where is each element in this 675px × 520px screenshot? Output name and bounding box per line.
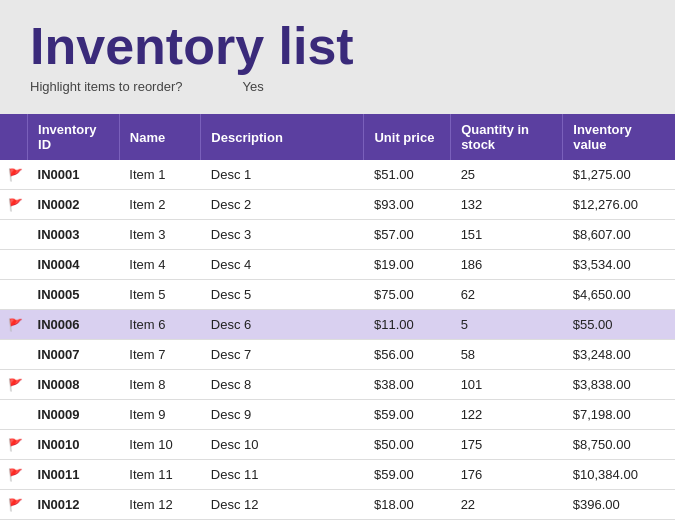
flag-icon: 🚩 (8, 438, 23, 452)
flag-icon: 🚩 (8, 168, 23, 182)
table-row: 🚩IN0002Item 2Desc 2$93.00132$12,276.00 (0, 190, 675, 220)
cell-name: Item 2 (119, 190, 201, 220)
cell-desc: Desc 2 (201, 190, 364, 220)
cell-qty: 5 (451, 310, 563, 340)
cell-desc: Desc 5 (201, 280, 364, 310)
table-row: IN0003Item 3Desc 3$57.00151$8,607.00 (0, 220, 675, 250)
cell-name: Item 1 (119, 160, 201, 190)
cell-name: Item 11 (119, 460, 201, 490)
cell-name: Item 3 (119, 220, 201, 250)
cell-value: $8,607.00 (563, 220, 675, 250)
cell-id: IN0005 (28, 280, 120, 310)
cell-qty: 151 (451, 220, 563, 250)
cell-value: $3,838.00 (563, 370, 675, 400)
cell-id: IN0010 (28, 430, 120, 460)
cell-price: $56.00 (364, 340, 451, 370)
cell-id: IN0002 (28, 190, 120, 220)
cell-price: $75.00 (364, 280, 451, 310)
table-row: IN0005Item 5Desc 5$75.0062$4,650.00 (0, 280, 675, 310)
cell-name: Item 8 (119, 370, 201, 400)
col-header-val: Inventory value (563, 114, 675, 160)
cell-price: $59.00 (364, 400, 451, 430)
cell-name: Item 10 (119, 430, 201, 460)
cell-qty: 132 (451, 190, 563, 220)
cell-name: Item 6 (119, 310, 201, 340)
flag-cell: 🚩 (0, 430, 28, 460)
cell-value: $4,650.00 (563, 280, 675, 310)
table-row: 🚩IN0008Item 8Desc 8$38.00101$3,838.00 (0, 370, 675, 400)
flag-icon: 🚩 (8, 468, 23, 482)
cell-desc: Desc 10 (201, 430, 364, 460)
flag-cell (0, 220, 28, 250)
table-row: IN0007Item 7Desc 7$56.0058$3,248.00 (0, 340, 675, 370)
cell-name: Item 4 (119, 250, 201, 280)
cell-value: $1,275.00 (563, 160, 675, 190)
cell-desc: Desc 4 (201, 250, 364, 280)
table-row: 🚩IN0001Item 1Desc 1$51.0025$1,275.00 (0, 160, 675, 190)
cell-qty: 25 (451, 160, 563, 190)
cell-desc: Desc 3 (201, 220, 364, 250)
flag-cell (0, 250, 28, 280)
highlight-label: Highlight items to reorder? (30, 79, 182, 94)
cell-id: IN0001 (28, 160, 120, 190)
cell-value: $396.00 (563, 490, 675, 520)
table-row: 🚩IN0011Item 11Desc 11$59.00176$10,384.00 (0, 460, 675, 490)
cell-desc: Desc 11 (201, 460, 364, 490)
col-header-qty: Quantity in stock (451, 114, 563, 160)
cell-qty: 122 (451, 400, 563, 430)
flag-cell: 🚩 (0, 310, 28, 340)
page-header: Inventory list Highlight items to reorde… (0, 0, 675, 104)
cell-value: $3,248.00 (563, 340, 675, 370)
cell-id: IN0008 (28, 370, 120, 400)
cell-qty: 58 (451, 340, 563, 370)
cell-value: $10,384.00 (563, 460, 675, 490)
flag-cell: 🚩 (0, 490, 28, 520)
cell-qty: 22 (451, 490, 563, 520)
cell-id: IN0006 (28, 310, 120, 340)
cell-id: IN0007 (28, 340, 120, 370)
flag-cell: 🚩 (0, 190, 28, 220)
cell-qty: 101 (451, 370, 563, 400)
subtitle-row: Highlight items to reorder? Yes (30, 79, 645, 94)
cell-name: Item 9 (119, 400, 201, 430)
cell-value: $55.00 (563, 310, 675, 340)
cell-qty: 176 (451, 460, 563, 490)
cell-price: $57.00 (364, 220, 451, 250)
cell-desc: Desc 8 (201, 370, 364, 400)
flag-cell (0, 340, 28, 370)
cell-price: $59.00 (364, 460, 451, 490)
flag-icon: 🚩 (8, 198, 23, 212)
table-row: 🚩IN0010Item 10Desc 10$50.00175$8,750.00 (0, 430, 675, 460)
flag-col-header (0, 114, 28, 160)
highlight-value: Yes (242, 79, 263, 94)
cell-qty: 175 (451, 430, 563, 460)
col-header-price: Unit price (364, 114, 451, 160)
cell-desc: Desc 12 (201, 490, 364, 520)
col-header-desc: Description (201, 114, 364, 160)
flag-cell: 🚩 (0, 460, 28, 490)
cell-price: $93.00 (364, 190, 451, 220)
flag-cell: 🚩 (0, 370, 28, 400)
cell-name: Item 7 (119, 340, 201, 370)
cell-price: $38.00 (364, 370, 451, 400)
cell-value: $8,750.00 (563, 430, 675, 460)
cell-desc: Desc 7 (201, 340, 364, 370)
cell-name: Item 12 (119, 490, 201, 520)
flag-cell: 🚩 (0, 160, 28, 190)
cell-id: IN0003 (28, 220, 120, 250)
flag-icon: 🚩 (8, 378, 23, 392)
table-row: IN0009Item 9Desc 9$59.00122$7,198.00 (0, 400, 675, 430)
cell-price: $51.00 (364, 160, 451, 190)
table-header-row: Inventory ID Name Description Unit price… (0, 114, 675, 160)
cell-desc: Desc 1 (201, 160, 364, 190)
flag-cell (0, 280, 28, 310)
cell-desc: Desc 6 (201, 310, 364, 340)
cell-id: IN0012 (28, 490, 120, 520)
cell-price: $19.00 (364, 250, 451, 280)
cell-value: $3,534.00 (563, 250, 675, 280)
cell-qty: 186 (451, 250, 563, 280)
cell-id: IN0004 (28, 250, 120, 280)
cell-price: $18.00 (364, 490, 451, 520)
cell-id: IN0011 (28, 460, 120, 490)
table-row: 🚩IN0006Item 6Desc 6$11.005$55.00 (0, 310, 675, 340)
